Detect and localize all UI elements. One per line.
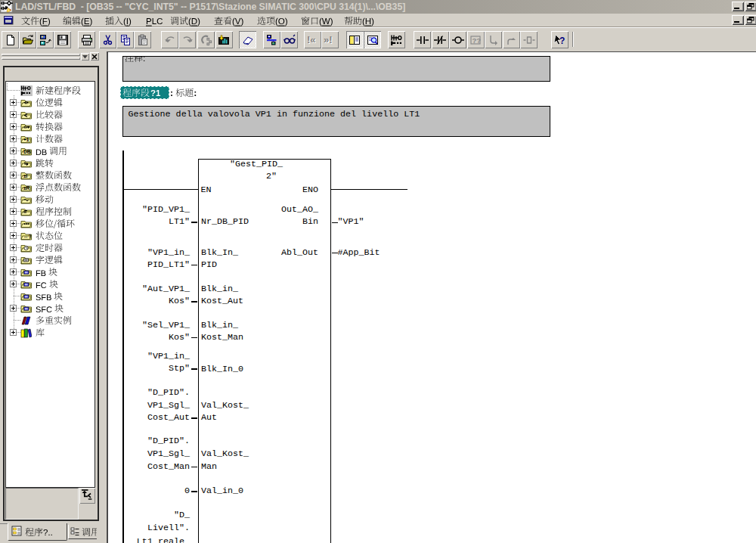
svg-text:+1: +1 bbox=[23, 136, 29, 141]
svg-text:±I: ±I bbox=[23, 172, 28, 178]
svg-text:!«: !« bbox=[307, 34, 316, 45]
svg-text:↔?: ↔? bbox=[23, 233, 32, 238]
svg-text:±R: ±R bbox=[23, 185, 30, 190]
svg-text:DB: DB bbox=[23, 148, 31, 154]
svg-text:?: ? bbox=[559, 36, 565, 46]
svg-text:»!: »! bbox=[324, 34, 333, 45]
svg-text:??: ?? bbox=[472, 36, 482, 44]
